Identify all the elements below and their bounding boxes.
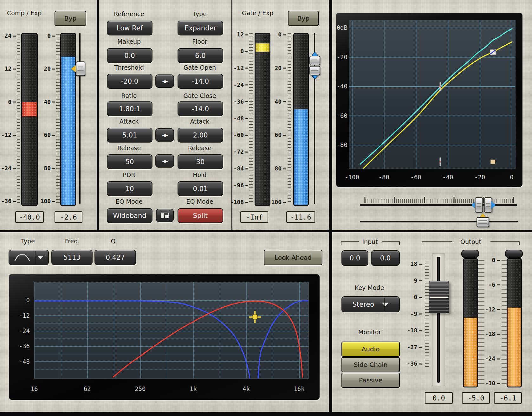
eq-type-dropdown[interactable] <box>9 250 49 265</box>
scale-label: -12 <box>1 131 16 138</box>
param-label-floor: Floor <box>192 38 207 45</box>
link-button[interactable]: ◀▶ <box>155 154 174 168</box>
param-value-attack-right[interactable]: 2.00 <box>178 128 223 143</box>
param-value-pdr-left[interactable]: 10 <box>107 181 152 196</box>
eq-freq-value[interactable]: 5113 <box>51 250 93 265</box>
comp-exp-panel: Comp / Exp Byp 24120-12-24-36 0204060801… <box>0 0 97 230</box>
scale-label: -12 <box>485 306 500 312</box>
axis-tick-label: 62 <box>84 385 91 392</box>
comp-threshold-slider-handle[interactable] <box>71 61 85 76</box>
eq-q-label: Q <box>111 238 116 245</box>
output-fader-knob[interactable] <box>429 281 449 313</box>
range-right-arrow-icon <box>491 201 496 209</box>
scale-label: 0 <box>414 294 422 300</box>
param-value-gate-open-right[interactable]: -14.0 <box>178 74 223 89</box>
input-value-left[interactable]: 0.0 <box>341 250 368 266</box>
link-button[interactable]: ◀▶ <box>155 128 174 142</box>
param-value-gate-close-right[interactable]: -14.0 <box>178 101 223 116</box>
gate-gr-ticks <box>249 33 253 204</box>
param-label-type: Type <box>193 10 207 17</box>
scale-label: -108 <box>230 199 248 205</box>
dropdown-separator <box>35 251 36 264</box>
monitor-audio-button[interactable]: Audio <box>341 342 400 357</box>
floor-bottom-handle[interactable] <box>490 160 495 164</box>
key-mode-dropdown[interactable]: Stereo <box>341 296 400 312</box>
bandpass-curve-icon <box>14 253 30 262</box>
gate-open-handle[interactable] <box>490 49 496 54</box>
comp-gr-scale: 24120-12-24-36 <box>1 35 16 201</box>
scale-label: -24 <box>1 164 16 171</box>
gate-gr-meter <box>255 33 270 206</box>
input-value-right[interactable]: 0.0 <box>371 250 400 266</box>
param-label-reference: Reference <box>114 10 144 17</box>
link-button[interactable]: ◀▶ <box>155 74 174 88</box>
output-bracket-left <box>422 241 452 245</box>
fader-ticks <box>425 261 429 367</box>
param-value-release-left[interactable]: 50 <box>107 154 152 169</box>
axis-tick-label: 0dB <box>337 24 347 31</box>
axis-tick-label: 16 <box>31 385 38 392</box>
axis-tick-label: -40 <box>442 174 453 181</box>
scale-label: -36 <box>1 198 16 204</box>
output-left-readout: -5.0 <box>462 392 490 404</box>
eq-q-value[interactable]: 0.427 <box>94 250 136 265</box>
scale-label: 9 <box>414 277 422 284</box>
scale-label: 20 <box>275 64 286 71</box>
scale-label: 0 <box>278 31 286 38</box>
scale-label: 0 <box>492 257 500 263</box>
dynamics-panel: ReferenceLow RefMakeup0.0Threshold-20.0R… <box>99 0 231 230</box>
axis-tick-label: -20 <box>337 54 347 61</box>
axis-tick-label: -48 <box>19 358 30 365</box>
scale-label: -30 <box>485 380 500 387</box>
scale-label: -9 <box>410 310 422 317</box>
comp-bypass-button[interactable]: Byp <box>55 11 86 26</box>
param-label-gate-open: Gate Open <box>184 64 216 71</box>
monitor-sidechain-button[interactable]: Side Chain <box>341 357 400 372</box>
monitor-label: Monitor <box>358 329 381 336</box>
param-label-hold: Hold <box>193 171 206 178</box>
gate-bypass-button[interactable]: Byp <box>288 11 319 26</box>
param-label-gate-close: Gate Close <box>183 92 216 99</box>
transfer-graph-bezel: 0dB-20-40-60-80-100-80-60-40-200 <box>336 13 522 187</box>
meter-cap-left <box>461 250 479 258</box>
param-label-makeup: Makeup <box>117 38 141 45</box>
ruler-major-tick <box>513 197 514 203</box>
axis-tick-label: 250 <box>135 385 146 392</box>
gate-slider-handle[interactable] <box>309 53 320 78</box>
comp-threshold-slider-track[interactable] <box>79 33 81 204</box>
param-value-hold-right[interactable]: 0.01 <box>178 181 223 196</box>
axis-tick-label: -24 <box>19 327 30 334</box>
scale-label: -12 <box>233 64 248 71</box>
input-bracket-right <box>382 241 400 245</box>
param-value-ratio-left[interactable]: 1.80:1 <box>107 101 152 116</box>
param-value-eq-mode-left[interactable]: Wideband <box>107 208 152 223</box>
output-fader-track[interactable] <box>432 253 445 386</box>
scale-label: -96 <box>233 182 248 189</box>
ruler-major-tick <box>424 197 425 203</box>
eq-plot <box>34 282 309 379</box>
output-right-readout: -6.1 <box>494 392 522 404</box>
eq-split-view-button[interactable] <box>156 209 174 222</box>
param-value-reference-left[interactable]: Low Ref <box>107 21 152 35</box>
floor-slider-track[interactable] <box>360 221 518 222</box>
ruler-major-tick <box>365 197 366 203</box>
param-label-ratio: Ratio <box>121 92 137 99</box>
param-value-makeup-left[interactable]: 0.0 <box>107 48 152 63</box>
look-ahead-button[interactable]: Look Ahead <box>264 250 322 265</box>
comp-exp-title: Comp / Exp <box>7 10 42 16</box>
param-value-release-right[interactable]: 30 <box>178 154 223 169</box>
param-value-floor-right[interactable]: 6.0 <box>178 48 223 63</box>
comp-gr-meter <box>21 33 38 206</box>
monitor-passive-button[interactable]: Passive <box>341 373 400 388</box>
input-label: Input <box>362 238 378 245</box>
band-control-point[interactable] <box>249 311 261 323</box>
param-value-eq-mode-right[interactable]: Split <box>178 208 223 223</box>
param-label-pdr: PDR <box>123 171 135 178</box>
meter-cap-right <box>505 250 523 258</box>
axis-tick-label: -60 <box>337 112 347 119</box>
param-value-type-right[interactable]: Expander <box>178 21 223 35</box>
param-value-attack-left[interactable]: 5.01 <box>107 128 152 143</box>
scale-label: -6 <box>488 281 500 288</box>
param-value-threshold-left[interactable]: -20.0 <box>107 74 152 89</box>
comp-level-readout: -2.6 <box>55 211 82 223</box>
